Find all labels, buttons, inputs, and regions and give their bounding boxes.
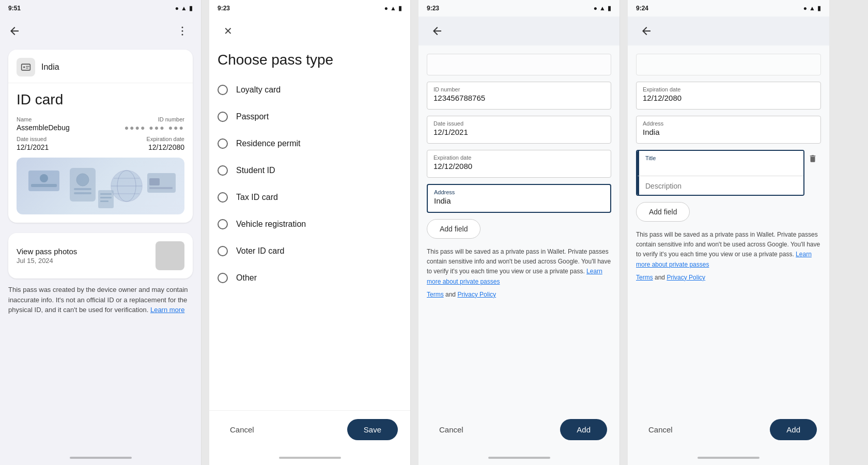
radio-passport[interactable]: [218, 112, 228, 122]
address-field-value: India: [434, 196, 604, 208]
id-number-field-value: 123456788765: [433, 94, 605, 105]
id-card-header: India: [8, 50, 193, 83]
expiration-field-value-4: 12/12/2080: [643, 94, 814, 105]
pass-type-label-passport: Passport: [236, 112, 269, 121]
form-field-address[interactable]: Address India: [427, 184, 611, 213]
custom-title-label: Title: [645, 155, 797, 161]
add-button-4[interactable]: Add: [770, 419, 817, 440]
pass-type-voter-id[interactable]: Voter ID card: [209, 238, 410, 265]
svg-rect-22: [98, 190, 114, 208]
pass-type-residence-permit[interactable]: Residence permit: [209, 130, 410, 157]
pass-type-label-student-id: Student ID: [236, 166, 275, 175]
pass-type-passport[interactable]: Passport: [209, 103, 410, 130]
terms-link-4[interactable]: Terms: [636, 274, 653, 281]
radio-tax-id[interactable]: [218, 192, 228, 203]
screen1-id-card-view: 9:51 ● ▲ ▮: [0, 0, 202, 465]
battery-icon-4: ▮: [817, 5, 821, 12]
battery-icon: ▮: [189, 5, 193, 12]
terms-line-3: Terms and Privacy Policy: [427, 291, 611, 298]
save-button[interactable]: Save: [347, 419, 398, 440]
id-card-name-row: Name AssembleDebug ID number ●●●● ●●● ●●…: [17, 116, 184, 132]
back-button-4[interactable]: [636, 21, 657, 41]
screen4-form-content: Expiration date 12/12/2080 Address India…: [628, 45, 829, 413]
id-card-illustration: [17, 158, 184, 214]
name-value: AssembleDebug: [17, 123, 70, 132]
time-2: 9:23: [218, 5, 230, 12]
pass-type-label-other: Other: [236, 273, 257, 283]
form-field-date-issued[interactable]: Date issued 12/1/2021: [427, 116, 611, 144]
privacy-notice-4: This pass will be saved as a private pas…: [636, 230, 821, 270]
expiration-field: Expiration date 12/12/2080: [147, 136, 184, 151]
trash-icon: [808, 154, 817, 163]
id-number-field: ID number ●●●● ●●● ●●●: [125, 116, 184, 132]
home-indicator-3: [419, 453, 619, 465]
id-card-icon: [17, 58, 35, 76]
expiration-label: Expiration date: [147, 136, 184, 142]
radio-voter-id[interactable]: [218, 246, 228, 256]
svg-rect-9: [31, 184, 57, 187]
name-label: Name: [17, 116, 70, 122]
status-bar-1: 9:51 ● ▲ ▮: [0, 0, 201, 17]
cancel-button-4[interactable]: Cancel: [640, 419, 681, 440]
id-card: India ID card Name AssembleDebug ID numb…: [8, 50, 193, 223]
screen3-actions: Cancel Add: [419, 413, 619, 453]
screen4-actions: Cancel Add: [628, 413, 829, 453]
form-field-partial-top-4[interactable]: [636, 54, 821, 75]
svg-point-8: [40, 174, 48, 182]
screen1-header: [0, 17, 201, 45]
photo-section-title: View pass photos: [17, 247, 77, 256]
wifi-icon: ●: [175, 5, 179, 12]
back-button-3[interactable]: [427, 21, 447, 41]
radio-residence-permit[interactable]: [218, 138, 228, 149]
custom-desc-input[interactable]: [645, 180, 797, 192]
view-photos-section[interactable]: View pass photos Jul 15, 2024: [8, 233, 193, 278]
form-field-address-4[interactable]: Address India: [636, 116, 821, 144]
form-field-partial-top[interactable]: [427, 54, 611, 75]
custom-field-container[interactable]: Title: [636, 150, 804, 196]
add-field-button-4[interactable]: Add field: [636, 202, 690, 222]
delete-custom-field-button[interactable]: [804, 150, 821, 196]
close-button[interactable]: ✕: [218, 21, 238, 41]
svg-rect-3: [22, 64, 30, 70]
id-number-value: ●●●● ●●● ●●●: [125, 123, 184, 132]
learn-more-link[interactable]: Learn more: [150, 306, 184, 314]
form-field-id-number[interactable]: ID number 123456788765: [427, 82, 611, 110]
cancel-button-3[interactable]: Cancel: [431, 419, 472, 440]
status-bar-3: 9:23 ● ▲ ▮: [419, 0, 619, 17]
terms-link-3[interactable]: Terms: [427, 291, 444, 298]
custom-title-input[interactable]: [645, 161, 797, 173]
battery-icon-2: ▮: [398, 5, 402, 12]
radio-other[interactable]: [218, 273, 228, 283]
id-card-dates-row: Date issued 12/1/2021 Expiration date 12…: [17, 136, 184, 151]
form-field-expiration-4[interactable]: Expiration date 12/12/2080: [636, 82, 821, 110]
back-button-1[interactable]: [4, 21, 25, 41]
radio-loyalty-card[interactable]: [218, 85, 228, 95]
address-field-label-4: Address: [643, 120, 814, 127]
custom-desc-field[interactable]: [637, 176, 803, 195]
add-field-button-3[interactable]: Add field: [427, 219, 481, 239]
date-issued-label: Date issued: [17, 136, 49, 142]
home-bar-1: [70, 457, 132, 459]
custom-title-field[interactable]: Title: [637, 151, 803, 176]
pass-type-loyalty-card[interactable]: Loyalty card: [209, 76, 410, 103]
more-button[interactable]: [172, 21, 193, 41]
date-issued-field-label: Date issued: [433, 120, 605, 127]
radio-student-id[interactable]: [218, 165, 228, 176]
form-field-expiration[interactable]: Expiration date 12/12/2080: [427, 150, 611, 178]
pass-type-other[interactable]: Other: [209, 265, 410, 291]
add-button-3[interactable]: Add: [560, 419, 607, 440]
pass-type-student-id[interactable]: Student ID: [209, 157, 410, 184]
photo-section-date: Jul 15, 2024: [17, 257, 77, 265]
form-field-partial-top-value: [433, 59, 605, 71]
status-icons-1: ● ▲ ▮: [175, 5, 193, 12]
privacy-policy-link-3[interactable]: Privacy Policy: [457, 291, 496, 298]
pass-type-label-residence-permit: Residence permit: [236, 139, 301, 148]
pass-type-vehicle-registration[interactable]: Vehicle registration: [209, 211, 410, 238]
radio-vehicle-registration[interactable]: [218, 219, 228, 229]
cancel-button-2[interactable]: Cancel: [222, 419, 262, 440]
country-label: India: [41, 63, 59, 72]
status-icons-2: ● ▲ ▮: [384, 5, 402, 12]
pass-type-tax-id[interactable]: Tax ID card: [209, 184, 410, 211]
privacy-policy-link-4[interactable]: Privacy Policy: [667, 274, 705, 281]
expiration-field-value: 12/12/2080: [433, 162, 605, 173]
